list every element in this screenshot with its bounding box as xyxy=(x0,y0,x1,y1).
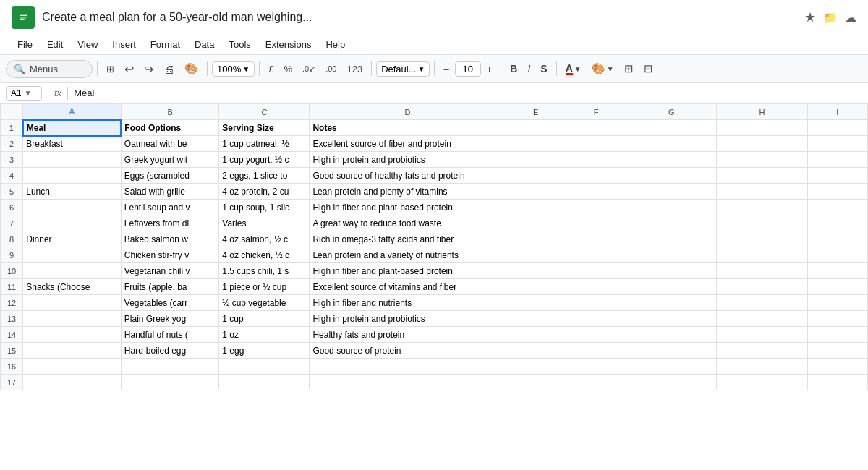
table-cell[interactable]: Leftovers from di xyxy=(121,215,219,231)
table-cell[interactable]: Excellent source of fiber and protein xyxy=(310,136,506,152)
currency-button[interactable]: £ xyxy=(264,61,278,77)
table-cell[interactable] xyxy=(717,343,807,359)
table-cell[interactable] xyxy=(566,136,626,152)
menu-extensions[interactable]: Extensions xyxy=(260,36,318,53)
table-cell[interactable]: Hard-boiled egg xyxy=(121,343,219,359)
table-cell[interactable]: 1 cup xyxy=(219,311,310,327)
table-cell[interactable] xyxy=(566,247,626,263)
table-cell[interactable]: Lean protein and a variety of nutrients xyxy=(310,247,506,263)
table-cell[interactable]: 1.5 cups chili, 1 s xyxy=(219,263,310,279)
col-header-e[interactable]: E xyxy=(506,104,566,120)
table-cell[interactable] xyxy=(717,359,807,375)
table-cell[interactable]: Vegetables (carr xyxy=(121,295,219,311)
table-cell[interactable] xyxy=(506,263,566,279)
cloud-icon[interactable]: ☁ xyxy=(845,11,856,25)
menu-data[interactable]: Data xyxy=(189,36,220,53)
table-cell[interactable] xyxy=(506,120,566,136)
format-number-button[interactable]: 123 xyxy=(342,61,367,77)
print-button[interactable]: 🖨 xyxy=(159,60,179,78)
table-cell[interactable] xyxy=(566,215,626,231)
table-cell[interactable] xyxy=(566,263,626,279)
table-cell[interactable] xyxy=(310,375,506,390)
font-size-decrease-button[interactable]: – xyxy=(439,61,453,77)
table-cell[interactable]: Snacks (Choose xyxy=(23,279,122,295)
table-cell[interactable] xyxy=(506,136,566,152)
table-cell[interactable] xyxy=(506,343,566,359)
table-cell[interactable]: Greek yogurt wit xyxy=(121,152,219,168)
table-cell[interactable] xyxy=(717,375,807,390)
table-cell[interactable]: Dinner xyxy=(23,231,122,247)
table-cell[interactable] xyxy=(807,359,867,375)
table-cell[interactable] xyxy=(566,295,626,311)
table-cell[interactable]: High in fiber and plant-based protein xyxy=(310,200,506,215)
table-cell[interactable] xyxy=(807,120,867,136)
font-family-control[interactable]: Defaul... ▼ xyxy=(376,61,430,77)
table-cell[interactable] xyxy=(626,359,717,375)
table-cell[interactable]: High in fiber and plant-based protein xyxy=(310,263,506,279)
table-cell[interactable] xyxy=(23,168,122,184)
table-cell[interactable] xyxy=(23,375,122,390)
table-cell[interactable]: 1 cup soup, 1 slic xyxy=(219,200,310,215)
table-cell[interactable] xyxy=(807,279,867,295)
table-cell[interactable] xyxy=(717,136,807,152)
table-cell[interactable] xyxy=(807,215,867,231)
table-cell[interactable] xyxy=(566,120,626,136)
table-cell[interactable]: Eggs (scrambled xyxy=(121,168,219,184)
table-cell[interactable]: Chicken stir-fry v xyxy=(121,247,219,263)
decimal-increase-button[interactable]: .00 xyxy=(321,61,341,76)
table-cell[interactable] xyxy=(717,263,807,279)
table-cell[interactable]: Good source of healthy fats and protein xyxy=(310,168,506,184)
table-cell[interactable]: Baked salmon w xyxy=(121,231,219,247)
table-cell[interactable] xyxy=(626,231,717,247)
table-cell[interactable] xyxy=(23,327,122,343)
table-cell[interactable] xyxy=(566,184,626,200)
table-cell[interactable]: 1 cup oatmeal, ½ xyxy=(219,136,310,152)
table-cell[interactable] xyxy=(506,231,566,247)
table-cell[interactable]: Food Options xyxy=(121,120,219,136)
table-cell[interactable] xyxy=(310,359,506,375)
table-cell[interactable]: Lentil soup and v xyxy=(121,200,219,215)
table-cell[interactable] xyxy=(807,343,867,359)
table-cell[interactable] xyxy=(506,279,566,295)
table-cell[interactable] xyxy=(23,311,122,327)
star-icon[interactable]: ★ xyxy=(804,9,816,25)
decimal-decrease-button[interactable]: .0↙ xyxy=(298,61,320,77)
percent-button[interactable]: % xyxy=(279,61,297,77)
table-cell[interactable] xyxy=(506,152,566,168)
table-cell[interactable] xyxy=(626,311,717,327)
table-cell[interactable] xyxy=(23,215,122,231)
table-cell[interactable] xyxy=(23,247,122,263)
table-cell[interactable] xyxy=(506,215,566,231)
table-cell[interactable]: Breakfast xyxy=(23,136,122,152)
table-cell[interactable] xyxy=(506,168,566,184)
col-header-a[interactable]: A xyxy=(23,104,122,120)
table-cell[interactable] xyxy=(506,327,566,343)
menu-edit[interactable]: Edit xyxy=(41,36,69,53)
redo-button[interactable]: ↪ xyxy=(140,59,158,79)
table-cell[interactable]: 1 cup yogurt, ½ c xyxy=(219,152,310,168)
table-cell[interactable]: High in protein and probiotics xyxy=(310,311,506,327)
table-cell[interactable] xyxy=(566,168,626,184)
table-cell[interactable]: Salad with grille xyxy=(121,184,219,200)
table-cell[interactable] xyxy=(219,375,310,390)
table-cell[interactable] xyxy=(626,168,717,184)
table-cell[interactable] xyxy=(626,263,717,279)
table-cell[interactable]: Serving Size xyxy=(219,120,310,136)
table-cell[interactable]: 4 oz chicken, ½ c xyxy=(219,247,310,263)
zoom-control[interactable]: 100% ▼ xyxy=(212,61,255,77)
insert-table-button[interactable]: ⊞ xyxy=(102,61,119,77)
table-cell[interactable] xyxy=(566,343,626,359)
table-cell[interactable] xyxy=(807,136,867,152)
table-cell[interactable]: Meal xyxy=(23,120,122,136)
col-header-h[interactable]: H xyxy=(717,104,807,120)
table-cell[interactable]: 1 piece or ½ cup xyxy=(219,279,310,295)
table-cell[interactable] xyxy=(626,295,717,311)
table-cell[interactable] xyxy=(23,295,122,311)
table-cell[interactable] xyxy=(219,359,310,375)
table-cell[interactable] xyxy=(23,200,122,215)
borders-button[interactable]: ⊞ xyxy=(620,59,638,78)
table-cell[interactable] xyxy=(23,359,122,375)
table-cell[interactable] xyxy=(717,152,807,168)
undo-button[interactable]: ↩ xyxy=(120,59,138,79)
col-header-d[interactable]: D xyxy=(310,104,506,120)
